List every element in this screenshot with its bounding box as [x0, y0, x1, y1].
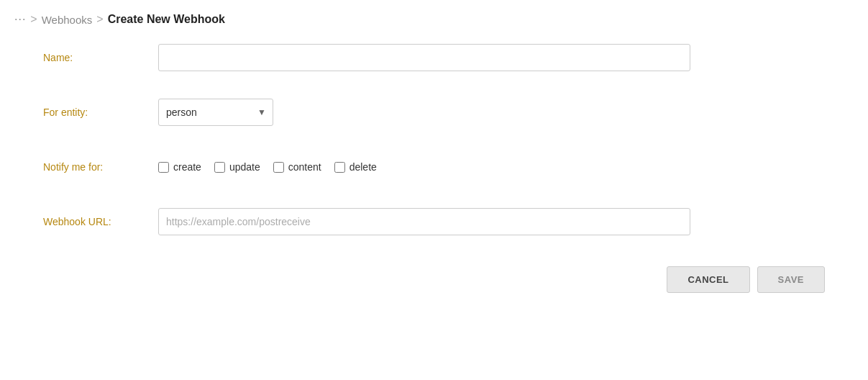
name-input[interactable]: [158, 44, 690, 71]
notify-label: Notify me for:: [43, 161, 158, 173]
name-row: Name:: [43, 40, 825, 75]
entity-select-wrapper: person company deal lead ▼: [158, 99, 273, 126]
notify-label-content: content: [288, 161, 321, 173]
save-button[interactable]: SAVE: [757, 266, 825, 293]
breadcrumb: ··· > Webhooks > Create New Webhook: [0, 0, 868, 33]
notify-item-update: update: [214, 161, 260, 173]
button-row: CANCEL SAVE: [43, 259, 825, 293]
url-input[interactable]: [158, 208, 690, 235]
notify-checkbox-delete[interactable]: [334, 162, 345, 173]
entity-row: For entity: person company deal lead ▼: [43, 95, 825, 130]
notify-item-content: content: [273, 161, 321, 173]
notify-label-update: update: [229, 161, 260, 173]
notify-label-create: create: [173, 161, 201, 173]
cancel-button[interactable]: CANCEL: [667, 266, 749, 293]
breadcrumb-separator-2: >: [96, 13, 103, 26]
notify-item-delete: delete: [334, 161, 377, 173]
breadcrumb-link-webhooks[interactable]: Webhooks: [42, 14, 93, 26]
create-webhook-form: Name: For entity: person company deal le…: [0, 33, 868, 307]
notify-row: Notify me for: create update content del…: [43, 150, 825, 184]
url-row: Webhook URL:: [43, 204, 825, 239]
entity-label: For entity:: [43, 107, 158, 118]
url-label: Webhook URL:: [43, 216, 158, 227]
breadcrumb-separator-1: >: [30, 13, 37, 26]
notify-item-create: create: [158, 161, 201, 173]
notify-group: create update content delete: [158, 161, 377, 173]
notify-checkbox-update[interactable]: [214, 162, 225, 173]
notify-checkbox-content[interactable]: [273, 162, 284, 173]
notify-checkbox-create[interactable]: [158, 162, 169, 173]
breadcrumb-current: Create New Webhook: [108, 13, 225, 26]
entity-select[interactable]: person company deal lead: [158, 99, 273, 126]
notify-label-delete: delete: [350, 161, 377, 173]
name-label: Name:: [43, 52, 158, 63]
breadcrumb-dots: ···: [14, 13, 26, 26]
